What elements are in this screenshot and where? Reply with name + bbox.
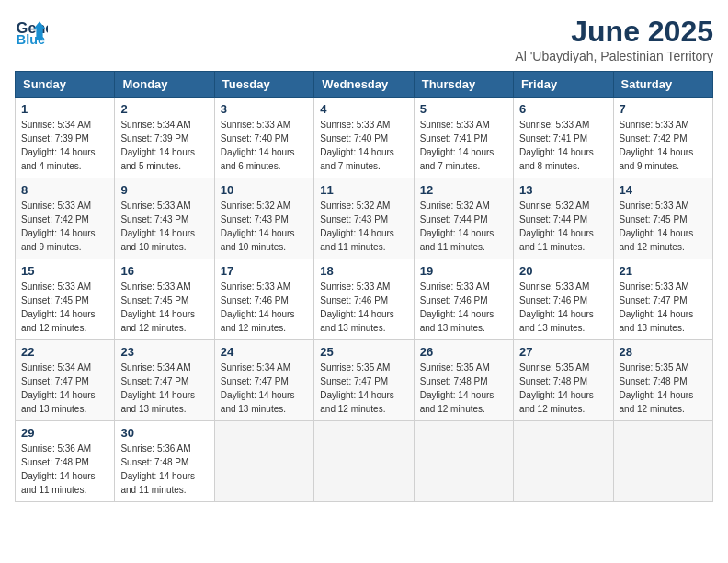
calendar-cell: 14Sunrise: 5:33 AMSunset: 7:45 PMDayligh… bbox=[613, 178, 712, 259]
calendar-cell: 3Sunrise: 5:33 AMSunset: 7:40 PMDaylight… bbox=[214, 98, 313, 178]
calendar-header-row: SundayMondayTuesdayWednesdayThursdayFrid… bbox=[16, 72, 713, 98]
day-number: 3 bbox=[221, 102, 308, 116]
day-number: 2 bbox=[120, 102, 208, 116]
logo-icon: General Blue bbox=[15, 15, 48, 48]
page-header: General Blue June 2025 Al 'Ubaydiyah, Pa… bbox=[15, 15, 713, 63]
title-area: June 2025 Al 'Ubaydiyah, Palestinian Ter… bbox=[515, 15, 713, 63]
day-info: Sunrise: 5:35 AMSunset: 7:48 PMDaylight:… bbox=[519, 361, 607, 416]
col-header-thursday: Thursday bbox=[414, 72, 513, 98]
day-number: 30 bbox=[120, 426, 208, 440]
calendar-cell: 24Sunrise: 5:34 AMSunset: 7:47 PMDayligh… bbox=[214, 340, 313, 421]
logo: General Blue bbox=[15, 15, 48, 48]
day-number: 19 bbox=[420, 264, 507, 278]
day-number: 11 bbox=[320, 183, 407, 197]
day-info: Sunrise: 5:33 AMSunset: 7:45 PMDaylight:… bbox=[120, 280, 208, 335]
day-info: Sunrise: 5:32 AMSunset: 7:44 PMDaylight:… bbox=[420, 199, 507, 254]
day-number: 27 bbox=[519, 345, 607, 359]
calendar-cell bbox=[414, 421, 513, 502]
day-info: Sunrise: 5:35 AMSunset: 7:48 PMDaylight:… bbox=[620, 361, 707, 416]
calendar-cell: 26Sunrise: 5:35 AMSunset: 7:48 PMDayligh… bbox=[414, 340, 513, 421]
day-number: 7 bbox=[620, 102, 707, 116]
day-info: Sunrise: 5:34 AMSunset: 7:39 PMDaylight:… bbox=[120, 118, 208, 173]
day-info: Sunrise: 5:32 AMSunset: 7:44 PMDaylight:… bbox=[519, 199, 607, 254]
day-info: Sunrise: 5:33 AMSunset: 7:45 PMDaylight:… bbox=[620, 199, 707, 254]
day-number: 6 bbox=[519, 102, 607, 116]
month-title: June 2025 bbox=[515, 15, 713, 49]
calendar-cell: 10Sunrise: 5:32 AMSunset: 7:43 PMDayligh… bbox=[214, 178, 313, 259]
day-info: Sunrise: 5:33 AMSunset: 7:40 PMDaylight:… bbox=[221, 118, 308, 173]
day-info: Sunrise: 5:33 AMSunset: 7:42 PMDaylight:… bbox=[21, 199, 108, 254]
day-info: Sunrise: 5:34 AMSunset: 7:47 PMDaylight:… bbox=[221, 361, 308, 416]
day-info: Sunrise: 5:33 AMSunset: 7:46 PMDaylight:… bbox=[320, 280, 407, 335]
calendar-cell bbox=[214, 421, 313, 502]
day-number: 25 bbox=[320, 345, 407, 359]
calendar-table: SundayMondayTuesdayWednesdayThursdayFrid… bbox=[15, 71, 713, 502]
calendar-cell: 5Sunrise: 5:33 AMSunset: 7:41 PMDaylight… bbox=[414, 98, 513, 178]
col-header-friday: Friday bbox=[514, 72, 613, 98]
calendar-cell: 18Sunrise: 5:33 AMSunset: 7:46 PMDayligh… bbox=[314, 259, 414, 340]
day-info: Sunrise: 5:35 AMSunset: 7:48 PMDaylight:… bbox=[420, 361, 507, 416]
calendar-cell: 17Sunrise: 5:33 AMSunset: 7:46 PMDayligh… bbox=[214, 259, 313, 340]
col-header-saturday: Saturday bbox=[613, 72, 712, 98]
calendar-week-row: 22Sunrise: 5:34 AMSunset: 7:47 PMDayligh… bbox=[16, 340, 713, 421]
day-info: Sunrise: 5:36 AMSunset: 7:48 PMDaylight:… bbox=[120, 442, 208, 497]
calendar-cell: 20Sunrise: 5:33 AMSunset: 7:46 PMDayligh… bbox=[514, 259, 613, 340]
day-info: Sunrise: 5:33 AMSunset: 7:46 PMDaylight:… bbox=[420, 280, 507, 335]
calendar-cell bbox=[514, 421, 613, 502]
day-info: Sunrise: 5:33 AMSunset: 7:43 PMDaylight:… bbox=[120, 199, 208, 254]
day-info: Sunrise: 5:36 AMSunset: 7:48 PMDaylight:… bbox=[21, 442, 108, 497]
calendar-cell: 8Sunrise: 5:33 AMSunset: 7:42 PMDaylight… bbox=[16, 178, 115, 259]
calendar-week-row: 29Sunrise: 5:36 AMSunset: 7:48 PMDayligh… bbox=[16, 421, 713, 502]
day-number: 21 bbox=[620, 264, 707, 278]
day-number: 1 bbox=[21, 102, 108, 116]
col-header-monday: Monday bbox=[115, 72, 214, 98]
calendar-cell: 22Sunrise: 5:34 AMSunset: 7:47 PMDayligh… bbox=[16, 340, 115, 421]
day-info: Sunrise: 5:33 AMSunset: 7:47 PMDaylight:… bbox=[620, 280, 707, 335]
day-info: Sunrise: 5:33 AMSunset: 7:42 PMDaylight:… bbox=[620, 118, 707, 173]
day-info: Sunrise: 5:34 AMSunset: 7:47 PMDaylight:… bbox=[21, 361, 108, 416]
day-number: 26 bbox=[420, 345, 507, 359]
calendar-cell: 23Sunrise: 5:34 AMSunset: 7:47 PMDayligh… bbox=[115, 340, 214, 421]
day-info: Sunrise: 5:34 AMSunset: 7:47 PMDaylight:… bbox=[120, 361, 208, 416]
calendar-cell: 27Sunrise: 5:35 AMSunset: 7:48 PMDayligh… bbox=[514, 340, 613, 421]
day-number: 18 bbox=[320, 264, 407, 278]
day-number: 14 bbox=[620, 183, 707, 197]
day-number: 24 bbox=[221, 345, 308, 359]
calendar-week-row: 8Sunrise: 5:33 AMSunset: 7:42 PMDaylight… bbox=[16, 178, 713, 259]
day-info: Sunrise: 5:33 AMSunset: 7:41 PMDaylight:… bbox=[519, 118, 607, 173]
day-info: Sunrise: 5:33 AMSunset: 7:46 PMDaylight:… bbox=[519, 280, 607, 335]
calendar-cell: 16Sunrise: 5:33 AMSunset: 7:45 PMDayligh… bbox=[115, 259, 214, 340]
day-number: 12 bbox=[420, 183, 507, 197]
calendar-cell: 21Sunrise: 5:33 AMSunset: 7:47 PMDayligh… bbox=[613, 259, 712, 340]
day-info: Sunrise: 5:35 AMSunset: 7:47 PMDaylight:… bbox=[320, 361, 407, 416]
day-info: Sunrise: 5:33 AMSunset: 7:40 PMDaylight:… bbox=[320, 118, 407, 173]
calendar-week-row: 15Sunrise: 5:33 AMSunset: 7:45 PMDayligh… bbox=[16, 259, 713, 340]
calendar-cell: 30Sunrise: 5:36 AMSunset: 7:48 PMDayligh… bbox=[115, 421, 214, 502]
calendar-cell: 6Sunrise: 5:33 AMSunset: 7:41 PMDaylight… bbox=[514, 98, 613, 178]
calendar-cell: 12Sunrise: 5:32 AMSunset: 7:44 PMDayligh… bbox=[414, 178, 513, 259]
day-number: 10 bbox=[221, 183, 308, 197]
calendar-cell: 9Sunrise: 5:33 AMSunset: 7:43 PMDaylight… bbox=[115, 178, 214, 259]
day-number: 5 bbox=[420, 102, 507, 116]
day-number: 8 bbox=[21, 183, 108, 197]
calendar-cell: 29Sunrise: 5:36 AMSunset: 7:48 PMDayligh… bbox=[16, 421, 115, 502]
day-number: 9 bbox=[120, 183, 208, 197]
calendar-cell: 4Sunrise: 5:33 AMSunset: 7:40 PMDaylight… bbox=[314, 98, 414, 178]
calendar-cell: 25Sunrise: 5:35 AMSunset: 7:47 PMDayligh… bbox=[314, 340, 414, 421]
calendar-cell: 19Sunrise: 5:33 AMSunset: 7:46 PMDayligh… bbox=[414, 259, 513, 340]
col-header-tuesday: Tuesday bbox=[214, 72, 313, 98]
calendar-cell: 11Sunrise: 5:32 AMSunset: 7:43 PMDayligh… bbox=[314, 178, 414, 259]
day-number: 15 bbox=[21, 264, 108, 278]
calendar-cell: 15Sunrise: 5:33 AMSunset: 7:45 PMDayligh… bbox=[16, 259, 115, 340]
calendar-cell: 28Sunrise: 5:35 AMSunset: 7:48 PMDayligh… bbox=[613, 340, 712, 421]
calendar-cell: 13Sunrise: 5:32 AMSunset: 7:44 PMDayligh… bbox=[514, 178, 613, 259]
calendar-cell bbox=[613, 421, 712, 502]
day-number: 23 bbox=[120, 345, 208, 359]
calendar-week-row: 1Sunrise: 5:34 AMSunset: 7:39 PMDaylight… bbox=[16, 98, 713, 178]
location-title: Al 'Ubaydiyah, Palestinian Territory bbox=[515, 49, 713, 63]
calendar-cell: 1Sunrise: 5:34 AMSunset: 7:39 PMDaylight… bbox=[16, 98, 115, 178]
day-number: 22 bbox=[21, 345, 108, 359]
day-number: 4 bbox=[320, 102, 407, 116]
day-number: 28 bbox=[620, 345, 707, 359]
col-header-wednesday: Wednesday bbox=[314, 72, 414, 98]
